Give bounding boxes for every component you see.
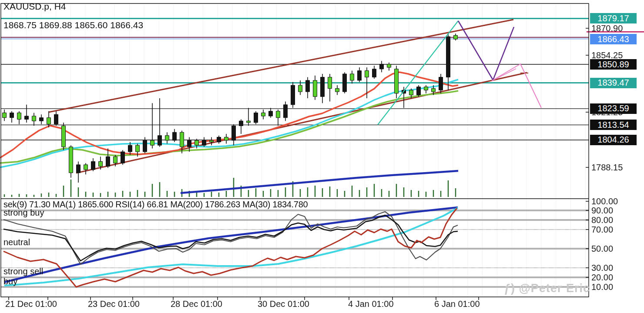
- zone-label-strong-sell: strong sell: [3, 266, 43, 276]
- symbol-title: XAUUSD.p, H4: [3, 1, 66, 12]
- price-chart-canvas[interactable]: [0, 0, 644, 313]
- price-scale-label: 20.00: [591, 273, 613, 283]
- price-scale-label: 30.00: [591, 263, 613, 273]
- price-scale-label: 10.00: [591, 282, 613, 292]
- price-scale-label: 50.00: [591, 244, 613, 254]
- ohlc-readout: 1868.75 1869.88 1865.60 1866.43: [3, 20, 143, 30]
- price-scale-label: 70.00: [591, 225, 613, 235]
- price-badge: 1804.26: [590, 135, 637, 145]
- price-scale-label: 100.00: [591, 196, 618, 206]
- price-badge: 1823.59: [590, 103, 637, 114]
- trading-app-window: { "header": { "symbol": "XAUUSD.p, H4", …: [0, 0, 644, 313]
- time-axis-label: 30 Dec 01:00: [258, 299, 309, 309]
- price-scale-label: 1870.90: [591, 23, 623, 33]
- price-scale-label: 90.00: [591, 206, 613, 216]
- watermark: ƒ) @Peter Eric: [504, 282, 590, 295]
- indicator-values-readout: sek(9) 71.30 MA(1) 1865.600 RSI(14) 66.8…: [3, 200, 308, 210]
- price-badge: 1839.47: [590, 78, 637, 88]
- zone-label-buy: buy: [3, 276, 17, 286]
- zone-label-strong-buy: strong buy: [3, 208, 44, 218]
- time-axis-label: 6 Jan 01:00: [434, 299, 480, 309]
- price-scale-label: 80.00: [591, 215, 613, 225]
- zone-label-neutral: neutral: [3, 237, 30, 247]
- price-badge: 1879.17: [590, 13, 637, 23]
- price-scale-label: 1788.15: [591, 163, 623, 173]
- time-axis-label: 28 Dec 01:00: [171, 299, 222, 309]
- time-axis-label: 21 Dec 01:00: [5, 299, 57, 309]
- time-axis-label: 23 Dec 01:00: [88, 299, 140, 309]
- time-axis-label: 4 Jan 01:00: [348, 299, 394, 309]
- price-badge: 1850.89: [590, 59, 637, 70]
- price-badge: 1813.54: [590, 120, 637, 130]
- price-badge: 1866.43: [590, 34, 637, 44]
